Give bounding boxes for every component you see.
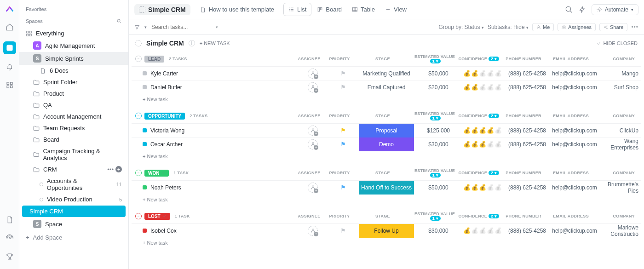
flag-icon[interactable]: ⚑ [340, 84, 346, 91]
estimated-value[interactable]: $30,000 [416, 228, 461, 234]
flag-icon[interactable]: ⚑ [340, 70, 346, 77]
bolt-icon[interactable] [579, 6, 586, 13]
chevron-down-icon[interactable]: ▾ [144, 25, 147, 29]
new-task-button[interactable]: + New task [132, 194, 641, 204]
email-cell[interactable]: help@clickup.com [550, 228, 599, 234]
task-row[interactable]: Noah Peters ⚑ Hand Off to Success $50,00… [132, 180, 641, 194]
task-row[interactable]: Daniel Butler ⚑ Email Captured $20,000 💰… [132, 80, 641, 94]
rail-pulse[interactable] [6, 234, 14, 244]
sidebar-everything[interactable]: Everything [19, 28, 128, 39]
estimated-value[interactable]: $125,000 [416, 127, 461, 134]
flag-icon[interactable]: ⚑ [340, 127, 346, 134]
hide-closed-button[interactable]: HIDE CLOSED [596, 40, 638, 46]
stage-cell[interactable]: Demo [359, 137, 414, 151]
sidebar-item[interactable]: Account Management [19, 111, 128, 122]
sidebar-item[interactable]: Team Requests [19, 122, 128, 134]
group-header[interactable]: LEAD 2 TASKS ASSIGNEE PRIORITY STAGE EST… [132, 52, 641, 66]
sidebar-item[interactable]: Accounts & Opportunities11 [19, 175, 128, 194]
new-task-button[interactable]: + NEW TASK [200, 40, 230, 46]
collapse-icon[interactable] [135, 113, 142, 119]
company-cell[interactable]: Brummette's Pies [599, 181, 641, 194]
sidebar-item[interactable]: Product [19, 88, 128, 99]
collapse-icon[interactable] [135, 213, 142, 219]
sidebar-item[interactable]: Board [19, 134, 128, 145]
task-row[interactable]: Isobel Cox ⚑ Follow Up $30,000 💰💰💰💰💰 (88… [132, 223, 641, 237]
add-space-button[interactable]: + Add Space [19, 230, 128, 245]
estimated-value[interactable]: $50,000 [416, 70, 461, 77]
rail-trophy[interactable] [6, 252, 14, 263]
view-tab-list[interactable]: List [283, 3, 311, 16]
search-icon[interactable] [565, 6, 573, 14]
email-cell[interactable]: help@clickup.com [550, 84, 599, 91]
estimated-value[interactable]: $30,000 [416, 141, 461, 148]
rail-notifications[interactable] [6, 63, 14, 73]
confidence-rating[interactable]: 💰💰💰💰💰 [463, 227, 502, 234]
group-header[interactable]: OPPORTUNITY 2 TASKS ASSIGNEE PRIORITY ST… [132, 109, 641, 123]
stage-cell[interactable]: Proposal [359, 124, 414, 137]
assignee-icon[interactable] [308, 226, 318, 236]
new-task-button[interactable]: + New task [132, 237, 641, 247]
email-cell[interactable]: help@clickup.com [550, 141, 599, 148]
sidebar-item[interactable]: SSimple Sprints [19, 52, 128, 65]
phone-cell[interactable]: (888) 625-4258 [504, 228, 550, 234]
phone-cell[interactable]: (888) 625-4258 [504, 70, 550, 77]
sidebar-item[interactable]: Sprint Folder [19, 76, 128, 88]
sidebar-item[interactable]: 6 Docs [19, 65, 128, 76]
phone-cell[interactable]: (888) 625-4258 [504, 84, 550, 91]
group-header[interactable]: WON 1 TASK ASSIGNEE PRIORITY STAGE ESTIM… [132, 166, 641, 180]
email-cell[interactable]: help@clickup.com [550, 184, 599, 191]
sidebar-item[interactable]: CRM•••+ [19, 164, 128, 175]
confidence-rating[interactable]: 💰💰💰💰💰 [463, 184, 502, 191]
chevron-down-icon[interactable]: ▾ [216, 25, 218, 29]
confidence-rating[interactable]: 💰💰💰💰💰 [463, 70, 502, 77]
rail-apps[interactable] [6, 81, 14, 91]
company-cell[interactable]: Marlowe Constructio [599, 224, 641, 237]
filter-icon[interactable] [134, 24, 140, 30]
template-link[interactable]: How to use this template [196, 4, 278, 15]
flag-icon[interactable]: ⚑ [340, 227, 346, 234]
breadcrumb[interactable]: Simple CRM [134, 4, 190, 15]
more-icon[interactable]: ••• [631, 24, 638, 30]
sidebar-item[interactable]: Simple CRM [22, 206, 126, 217]
search-input[interactable] [151, 24, 211, 30]
stage-cell[interactable]: Hand Off to Success [359, 181, 414, 195]
flag-icon[interactable]: ⚑ [340, 184, 346, 191]
rail-tasks[interactable] [3, 41, 16, 54]
assignee-icon[interactable] [308, 183, 318, 193]
view-tab-view[interactable]: View [380, 3, 411, 16]
sidebar-item[interactable]: SSpace [19, 217, 128, 230]
collapse-icon[interactable] [135, 56, 142, 62]
share-button[interactable]: Share [599, 23, 627, 31]
me-filter[interactable]: Me [532, 23, 554, 31]
automate-button[interactable]: Automate ▾ [592, 4, 638, 15]
sidebar-item[interactable]: AAgile Management [19, 39, 128, 52]
view-tab-board[interactable]: Board [312, 3, 346, 16]
rail-home[interactable] [6, 23, 14, 33]
sidebar-item[interactable]: QA [19, 99, 128, 111]
stage-cell[interactable]: Follow Up [359, 224, 414, 238]
search-icon[interactable] [116, 18, 122, 24]
stage-cell[interactable]: Marketing Qualified [359, 67, 414, 80]
rail-docs[interactable] [6, 216, 14, 226]
task-row[interactable]: Kyle Carter ⚑ Marketing Qualified $50,00… [132, 66, 641, 80]
company-cell[interactable]: Mango [599, 70, 641, 77]
new-task-button[interactable]: + New task [132, 94, 641, 104]
more-icon[interactable]: ••• [107, 166, 114, 173]
company-cell[interactable]: Surf Shop [599, 84, 641, 91]
phone-cell[interactable]: (888) 625-4258 [504, 141, 550, 148]
estimated-value[interactable]: $20,000 [416, 84, 461, 91]
favorites-header[interactable]: Favorites [19, 4, 128, 16]
email-cell[interactable]: help@clickup.com [550, 70, 599, 77]
company-cell[interactable]: ClickUp [599, 127, 641, 134]
view-tab-table[interactable]: Table [347, 3, 380, 16]
company-cell[interactable]: Wang Enterprises [599, 138, 641, 151]
confidence-rating[interactable]: 💰💰💰💰💰 [463, 127, 502, 134]
task-row[interactable]: Victoria Wong ⚑ Proposal $125,000 💰💰💰💰💰 … [132, 123, 641, 137]
group-by[interactable]: Group by: Status ▾ [439, 24, 484, 30]
group-header[interactable]: LOST 1 TASK ASSIGNEE PRIORITY STAGE ESTI… [132, 209, 641, 223]
email-cell[interactable]: help@clickup.com [550, 127, 599, 134]
assignee-icon[interactable] [308, 69, 318, 79]
subtasks-toggle[interactable]: Subtasks: Hide ▾ [488, 24, 529, 30]
sidebar-item[interactable]: Video Production5 [19, 194, 128, 205]
phone-cell[interactable]: (888) 625-4258 [504, 184, 550, 191]
